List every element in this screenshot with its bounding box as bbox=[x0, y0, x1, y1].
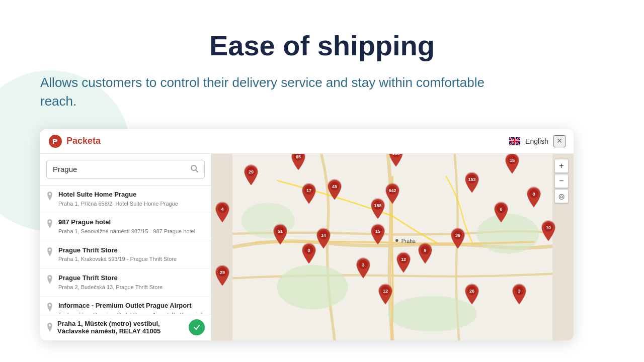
map-pin[interactable]: 45 bbox=[326, 179, 344, 202]
svg-text:153: 153 bbox=[468, 177, 476, 182]
map-pin[interactable]: 26 bbox=[463, 284, 481, 307]
widget-header: Packeta English × bbox=[40, 129, 574, 154]
svg-point-6 bbox=[49, 221, 51, 223]
svg-text:3: 3 bbox=[518, 289, 520, 294]
locate-button[interactable]: ◎ bbox=[554, 189, 569, 203]
pin-svg: 65 bbox=[289, 154, 307, 170]
flag-icon bbox=[509, 137, 520, 145]
pin-svg: 15 bbox=[369, 224, 387, 245]
map-pin[interactable]: 65 bbox=[289, 154, 307, 172]
list-item[interactable]: Hotel Suite Home Prague Praha 1, Příčná … bbox=[40, 186, 211, 213]
search-button[interactable] bbox=[184, 160, 204, 178]
search-input[interactable] bbox=[47, 161, 184, 177]
bottom-location-icon bbox=[46, 323, 53, 332]
left-panel: Hotel Suite Home Prague Praha 1, Příčná … bbox=[40, 154, 211, 340]
packeta-icon bbox=[48, 134, 62, 148]
svg-text:51: 51 bbox=[278, 229, 283, 234]
select-location-button[interactable] bbox=[189, 319, 205, 335]
pin-svg: 3 bbox=[354, 257, 372, 279]
map-pin[interactable]: 153 bbox=[463, 172, 481, 195]
pin-svg: 29 bbox=[242, 164, 260, 186]
map-pin[interactable]: 10 bbox=[539, 220, 557, 243]
list-item[interactable]: Prague Thrift Store Praha 2, Budečská 13… bbox=[40, 269, 211, 297]
map-pin[interactable]: 29 bbox=[213, 265, 231, 288]
location-pin-icon bbox=[46, 192, 53, 201]
list-item[interactable]: Prague Thrift Store Praha 1, Krakovská 5… bbox=[40, 241, 211, 269]
map-pin[interactable]: 15 bbox=[503, 154, 521, 176]
svg-rect-1 bbox=[54, 140, 56, 141]
map-pin[interactable]: 12 bbox=[376, 284, 394, 307]
svg-text:10: 10 bbox=[546, 225, 551, 230]
svg-text:17: 17 bbox=[306, 188, 311, 193]
svg-text:9: 9 bbox=[424, 248, 426, 253]
svg-text:8: 8 bbox=[308, 248, 310, 253]
location-pin-icon bbox=[46, 247, 53, 256]
svg-text:3: 3 bbox=[362, 262, 365, 267]
language-label[interactable]: English bbox=[525, 137, 548, 145]
checkmark-icon bbox=[193, 324, 200, 331]
list-item-address: Praha 1, Krakovská 593/19 - Prague Thrif… bbox=[58, 255, 205, 263]
map-pin[interactable]: 51 bbox=[271, 224, 289, 247]
svg-text:168: 168 bbox=[392, 154, 400, 156]
map-pin[interactable]: 3 bbox=[354, 257, 372, 281]
pin-svg: 3 bbox=[510, 284, 528, 305]
bottom-item-text: Praha 1, Můstek (metro) vestibul, Václav… bbox=[57, 320, 185, 335]
svg-text:158: 158 bbox=[374, 203, 382, 208]
svg-text:8: 8 bbox=[532, 192, 535, 197]
list-item-text: Hotel Suite Home Prague Praha 1, Příčná … bbox=[58, 191, 205, 208]
map-area[interactable]: Praha 29 65 bbox=[211, 154, 574, 340]
bottom-item-name: Praha 1, Můstek (metro) vestibul, Václav… bbox=[57, 320, 185, 335]
map-pin[interactable]: 168 bbox=[387, 154, 405, 169]
zoom-in-button[interactable]: + bbox=[554, 159, 569, 173]
map-pins-container: 29 65 168 15 bbox=[211, 154, 574, 340]
zoom-out-button[interactable]: − bbox=[554, 174, 569, 188]
map-pin[interactable]: 158 bbox=[369, 198, 387, 221]
svg-text:29: 29 bbox=[249, 169, 254, 174]
pin-svg: 8 bbox=[300, 243, 318, 264]
location-pin-icon bbox=[46, 303, 53, 312]
svg-text:12: 12 bbox=[401, 257, 406, 262]
map-pin[interactable]: 3 bbox=[510, 284, 528, 307]
list-item-name: Prague Thrift Store bbox=[58, 274, 205, 283]
svg-text:29: 29 bbox=[220, 270, 225, 275]
list-item-name: 987 Prague hotel bbox=[58, 218, 205, 227]
list-item[interactable]: 987 Prague hotel Praha 1, Senovážné námě… bbox=[40, 213, 211, 241]
packeta-logo: Packeta bbox=[48, 134, 101, 148]
list-item-text: 987 Prague hotel Praha 1, Senovážné námě… bbox=[58, 218, 205, 235]
map-pin[interactable]: 29 bbox=[242, 164, 260, 188]
list-item-name: Prague Thrift Store bbox=[58, 246, 205, 255]
svg-text:4: 4 bbox=[221, 207, 223, 212]
pin-svg: 158 bbox=[369, 198, 387, 219]
close-button[interactable]: × bbox=[553, 135, 566, 147]
location-list: Hotel Suite Home Prague Praha 1, Příčná … bbox=[40, 186, 211, 314]
pin-svg: 4 bbox=[213, 202, 231, 223]
widget-body: Hotel Suite Home Prague Praha 1, Příčná … bbox=[40, 154, 574, 340]
svg-point-7 bbox=[49, 249, 51, 251]
map-pin[interactable]: 4 bbox=[213, 202, 231, 225]
header-right: English × bbox=[509, 135, 566, 147]
map-pin[interactable]: 8 bbox=[300, 243, 318, 266]
location-pin-icon bbox=[46, 219, 53, 228]
pin-svg: 10 bbox=[539, 220, 557, 241]
list-item-address: Praha 1, Senovážné náměstí 987/15 - 987 … bbox=[58, 228, 205, 235]
svg-point-5 bbox=[49, 193, 51, 195]
pin-svg: 15 bbox=[503, 154, 521, 174]
list-item[interactable]: Informace - Premium Outlet Prague Airpor… bbox=[40, 297, 211, 314]
pin-svg: 12 bbox=[376, 284, 394, 305]
svg-text:642: 642 bbox=[388, 188, 396, 193]
pin-svg: 153 bbox=[463, 172, 481, 193]
list-item-address: Praha 1, Příčná 658/2, Hotel Suite Home … bbox=[58, 200, 205, 208]
map-pin[interactable]: 12 bbox=[394, 252, 413, 275]
svg-text:12: 12 bbox=[383, 289, 388, 294]
map-pin[interactable]: 6 bbox=[492, 202, 510, 225]
svg-text:15: 15 bbox=[510, 158, 515, 163]
map-pin[interactable]: 8 bbox=[525, 187, 543, 210]
list-item-text: Informace - Premium Outlet Prague Airpor… bbox=[58, 302, 205, 314]
search-input-wrapper bbox=[46, 160, 205, 179]
map-pin[interactable]: 15 bbox=[369, 224, 387, 247]
bottom-selected-item[interactable]: Praha 1, Můstek (metro) vestibul, Václav… bbox=[40, 314, 211, 340]
svg-line-4 bbox=[196, 170, 198, 172]
map-pin[interactable]: 36 bbox=[449, 228, 467, 251]
map-pin[interactable]: 9 bbox=[416, 243, 434, 266]
map-pin[interactable]: 17 bbox=[300, 183, 318, 206]
